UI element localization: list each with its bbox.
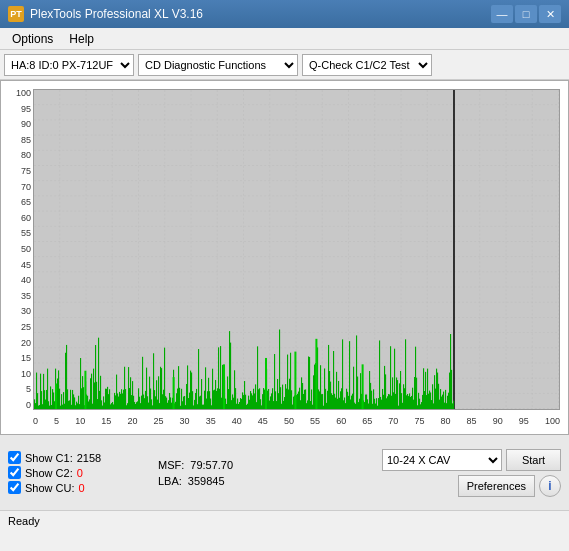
svg-rect-385: [413, 400, 414, 409]
minimize-button[interactable]: —: [491, 5, 513, 23]
function-select[interactable]: CD Diagnostic Functions: [138, 54, 298, 76]
svg-rect-181: [209, 391, 210, 409]
svg-rect-165: [193, 405, 194, 409]
svg-rect-298: [326, 403, 327, 409]
svg-rect-202: [230, 343, 231, 409]
svg-rect-219: [247, 404, 248, 409]
info-button[interactable]: i: [539, 475, 561, 497]
svg-rect-414: [442, 395, 443, 409]
svg-rect-263: [291, 390, 292, 409]
svg-rect-262: [290, 353, 291, 409]
svg-rect-50: [78, 396, 79, 409]
menu-help[interactable]: Help: [61, 30, 102, 48]
svg-rect-113: [141, 396, 142, 409]
svg-rect-403: [431, 400, 432, 409]
svg-rect-391: [419, 399, 420, 409]
preferences-button[interactable]: Preferences: [458, 475, 535, 497]
drive-select[interactable]: HA:8 ID:0 PX-712UF: [4, 54, 134, 76]
start-button[interactable]: Start: [506, 449, 561, 471]
svg-rect-91: [119, 392, 120, 409]
svg-rect-74: [102, 406, 103, 409]
menu-bar: Options Help: [0, 28, 569, 50]
svg-rect-301: [329, 371, 330, 409]
svg-rect-152: [180, 406, 181, 409]
svg-rect-299: [327, 391, 328, 409]
svg-rect-209: [237, 399, 238, 409]
svg-rect-46: [74, 397, 75, 409]
svg-rect-429: [173, 377, 175, 409]
svg-rect-73: [101, 400, 102, 409]
svg-rect-79: [107, 387, 108, 409]
svg-rect-53: [81, 388, 82, 409]
svg-rect-244: [272, 388, 273, 409]
svg-rect-63: [91, 374, 92, 409]
svg-rect-228: [256, 402, 257, 409]
svg-rect-227: [255, 384, 256, 409]
svg-rect-82: [110, 404, 111, 409]
maximize-button[interactable]: □: [515, 5, 537, 23]
svg-rect-404: [432, 384, 433, 409]
svg-rect-357: [385, 374, 386, 409]
svg-rect-129: [157, 400, 158, 409]
svg-rect-315: [343, 400, 344, 409]
svg-rect-336: [364, 402, 365, 409]
svg-rect-283: [311, 389, 312, 409]
svg-rect-30: [58, 370, 59, 409]
menu-options[interactable]: Options: [4, 30, 61, 48]
svg-rect-20: [48, 401, 49, 409]
svg-rect-223: [251, 393, 252, 409]
lba-label: LBA:: [158, 475, 182, 487]
svg-rect-427: [223, 364, 225, 409]
svg-rect-343: [371, 391, 372, 409]
svg-rect-85: [113, 404, 114, 409]
svg-rect-205: [233, 398, 234, 409]
test-select[interactable]: Q-Check C1/C2 Test: [302, 54, 432, 76]
close-button[interactable]: ✕: [539, 5, 561, 23]
svg-rect-356: [384, 366, 385, 409]
svg-rect-276: [304, 390, 305, 409]
chart-container: 100 95 90 85 80 75 70 65 60 55 50 45 40 …: [0, 80, 569, 435]
app-icon: PT: [8, 6, 24, 22]
svg-rect-183: [211, 405, 212, 409]
svg-rect-241: [269, 401, 270, 409]
svg-rect-367: [395, 394, 396, 409]
svg-rect-297: [325, 389, 326, 409]
svg-rect-184: [212, 369, 213, 409]
svg-rect-409: [437, 373, 438, 409]
svg-rect-270: [298, 392, 299, 409]
svg-rect-259: [287, 355, 288, 409]
svg-rect-375: [403, 384, 404, 409]
svg-rect-62: [90, 378, 91, 409]
cu-checkbox[interactable]: [8, 481, 21, 494]
svg-rect-126: [154, 390, 155, 409]
x-label-35: 35: [206, 416, 216, 426]
svg-rect-296: [324, 368, 325, 409]
svg-rect-255: [283, 401, 284, 409]
svg-rect-425: [453, 401, 454, 409]
svg-rect-69: [97, 399, 98, 409]
svg-rect-236: [264, 390, 265, 409]
svg-rect-204: [232, 394, 233, 409]
svg-rect-132: [160, 367, 161, 409]
svg-rect-100: [128, 367, 129, 409]
app-title: PlexTools Professional XL V3.16: [30, 7, 203, 21]
speed-select[interactable]: 10-24 X CAV 4 X CLV 8 X CLV Max X CAV: [382, 449, 502, 471]
x-label-50: 50: [284, 416, 294, 426]
svg-rect-314: [342, 339, 343, 409]
svg-rect-194: [222, 365, 223, 409]
y-label-55: 55: [21, 229, 31, 238]
svg-rect-332: [360, 373, 361, 409]
svg-rect-272: [300, 400, 301, 409]
svg-rect-328: [356, 335, 357, 409]
svg-rect-433: [55, 383, 57, 409]
svg-rect-22: [50, 386, 51, 409]
svg-rect-172: [200, 396, 201, 409]
svg-rect-70: [98, 338, 99, 409]
svg-rect-338: [366, 394, 367, 409]
svg-rect-392: [420, 404, 421, 409]
c2-checkbox[interactable]: [8, 466, 21, 479]
svg-rect-123: [151, 399, 152, 409]
svg-rect-43: [71, 405, 72, 409]
c1-checkbox[interactable]: [8, 451, 21, 464]
svg-rect-254: [282, 385, 283, 409]
